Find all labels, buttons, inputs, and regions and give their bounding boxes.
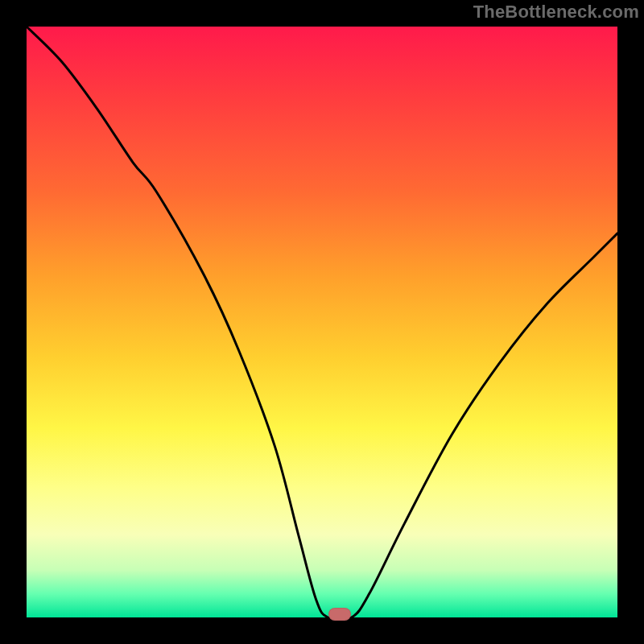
plot-area [27, 27, 617, 617]
bottleneck-curve-path [27, 27, 617, 620]
curve-svg [27, 27, 617, 617]
chart-frame: TheBottleneck.com [0, 0, 644, 644]
optimal-point-marker [328, 608, 351, 621]
watermark-text: TheBottleneck.com [473, 2, 639, 23]
